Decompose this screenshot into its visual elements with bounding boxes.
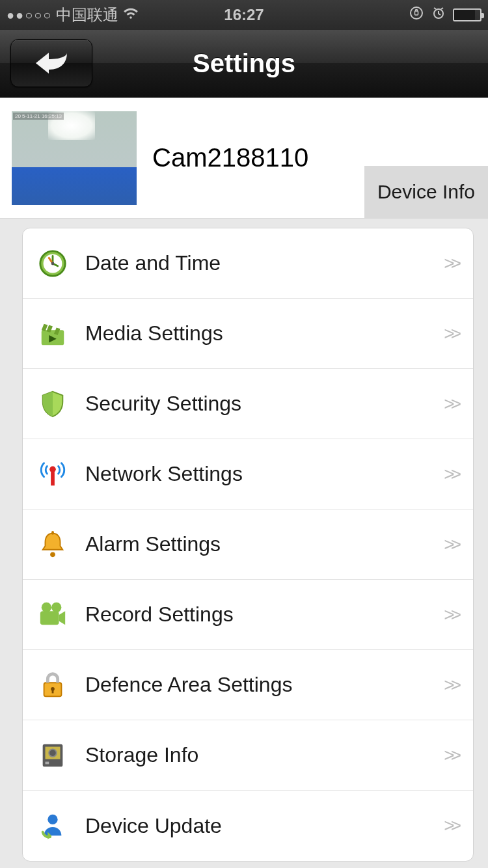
row-alarm-settings[interactable]: Alarm Settings >> <box>23 509 473 580</box>
chevron-right-icon: >> <box>444 815 457 836</box>
bell-icon <box>32 530 74 560</box>
wifi-icon <box>122 5 139 25</box>
carrier-label: 中国联通 <box>56 5 118 25</box>
camera-name: Cam2188110 <box>152 143 308 172</box>
settings-list: Date and Time >> Media Settings >> Secur… <box>22 228 474 861</box>
svg-rect-17 <box>52 688 54 693</box>
row-date-time[interactable]: Date and Time >> <box>23 228 473 299</box>
svg-point-13 <box>51 602 61 612</box>
row-defence-area-settings[interactable]: Defence Area Settings >> <box>23 650 473 720</box>
svg-rect-9 <box>51 472 55 485</box>
signal-strength-icon: ●●○○○ <box>7 8 52 23</box>
chevron-right-icon: >> <box>444 323 457 344</box>
status-left: ●●○○○ 中国联通 <box>7 5 139 25</box>
svg-point-8 <box>49 466 56 472</box>
svg-rect-11 <box>51 530 54 534</box>
row-security-settings[interactable]: Security Settings >> <box>23 369 473 439</box>
svg-point-5 <box>51 262 55 265</box>
svg-point-0 <box>411 7 422 19</box>
svg-rect-21 <box>46 761 49 764</box>
camera-thumbnail[interactable]: 20 5-11-21 16:25:13 <box>12 111 137 205</box>
row-label: Network Settings <box>85 462 444 486</box>
disk-icon <box>32 740 74 770</box>
chevron-right-icon: >> <box>444 534 457 555</box>
svg-point-22 <box>47 815 57 824</box>
row-label: Device Update <box>85 814 444 838</box>
chevron-right-icon: >> <box>444 464 457 485</box>
device-info-button[interactable]: Device Info <box>364 166 488 218</box>
orientation-lock-icon <box>409 5 424 25</box>
svg-point-20 <box>49 749 57 757</box>
nav-bar: Settings <box>0 30 488 98</box>
row-label: Media Settings <box>85 321 444 346</box>
antenna-icon <box>32 459 74 489</box>
chevron-right-icon: >> <box>444 394 457 414</box>
status-bar: ●●○○○ 中国联通 16:27 <box>0 0 488 30</box>
row-network-settings[interactable]: Network Settings >> <box>23 439 473 509</box>
battery-icon <box>453 8 481 21</box>
status-time: 16:27 <box>224 6 264 24</box>
clock-icon <box>32 249 74 278</box>
row-label: Alarm Settings <box>85 532 444 556</box>
back-arrow-icon <box>33 50 70 76</box>
row-record-settings[interactable]: Record Settings >> <box>23 580 473 650</box>
chevron-right-icon: >> <box>444 745 457 766</box>
status-right <box>409 5 481 25</box>
lock-icon <box>32 670 74 700</box>
row-label: Defence Area Settings <box>85 673 444 697</box>
row-device-update[interactable]: Device Update >> <box>23 791 473 861</box>
chevron-right-icon: >> <box>444 675 457 696</box>
back-button[interactable] <box>10 39 92 87</box>
row-storage-info[interactable]: Storage Info >> <box>23 720 473 791</box>
row-label: Record Settings <box>85 603 444 627</box>
camcorder-icon <box>32 600 74 630</box>
shield-icon <box>32 389 74 419</box>
page-title: Settings <box>193 49 295 78</box>
alarm-clock-icon <box>431 5 446 25</box>
svg-point-10 <box>50 552 55 557</box>
thumbnail-timestamp: 20 5-11-21 16:25:13 <box>13 113 64 120</box>
svg-rect-14 <box>40 611 59 625</box>
row-label: Storage Info <box>85 743 444 767</box>
row-label: Date and Time <box>85 251 444 275</box>
user-refresh-icon <box>32 811 74 841</box>
camera-header: 20 5-11-21 16:25:13 Cam2188110 Device In… <box>0 98 488 219</box>
svg-rect-1 <box>415 11 418 15</box>
row-label: Security Settings <box>85 392 444 416</box>
svg-point-12 <box>42 602 51 612</box>
chevron-right-icon: >> <box>444 253 457 274</box>
row-media-settings[interactable]: Media Settings >> <box>23 299 473 369</box>
clapperboard-icon <box>32 319 74 349</box>
chevron-right-icon: >> <box>444 604 457 625</box>
